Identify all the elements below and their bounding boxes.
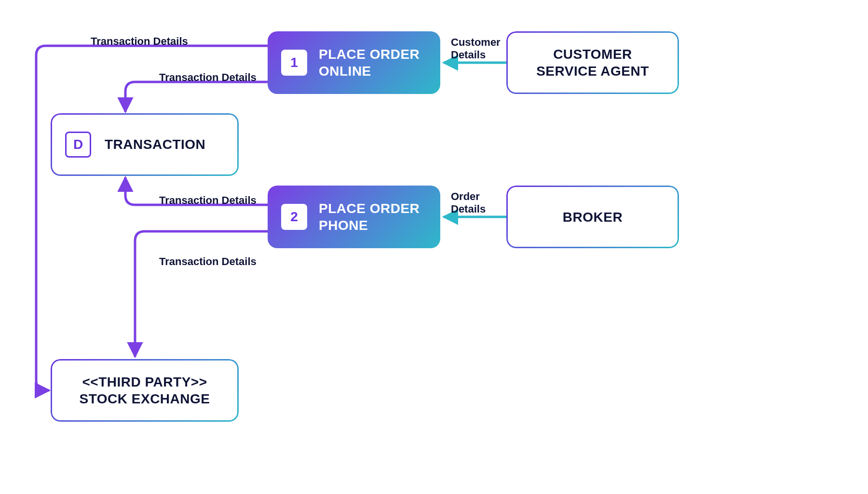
entity-stock-exchange-title: <<THIRD PARTY>> STOCK EXCHANGE	[70, 374, 220, 407]
process-1-title: PLACE ORDERONLINE	[319, 46, 420, 80]
process-place-order-online: 1 PLACE ORDERONLINE	[268, 31, 440, 94]
entity-broker-title: BROKER	[553, 209, 632, 226]
connector-p2-to-stock-exchange	[135, 231, 268, 357]
datastore-title: TRANSACTION	[105, 137, 205, 152]
label-p1-to-stock-exchange: Transaction Details	[91, 35, 188, 48]
label-p2-to-transaction: Transaction Details	[159, 194, 257, 207]
process-place-order-phone: 2 PLACE ORDERPHONE	[268, 186, 440, 248]
process-2-number: 2	[281, 204, 307, 230]
entity-customer-service-agent: CUSTOMERSERVICE AGENT	[506, 31, 679, 94]
datastore-transaction: D TRANSACTION	[51, 113, 239, 176]
entity-csa-title: CUSTOMERSERVICE AGENT	[527, 46, 659, 80]
entity-broker: BROKER	[506, 186, 679, 248]
connector-p1-to-transaction	[125, 82, 268, 112]
connector-p1-to-stock-exchange	[36, 46, 268, 390]
label-broker-to-p2: OrderDetails	[451, 190, 518, 216]
process-2-title: PLACE ORDERPHONE	[319, 200, 420, 234]
label-p2-to-stock-exchange: Transaction Details	[159, 255, 257, 268]
process-1-number: 1	[281, 50, 307, 76]
entity-stock-exchange: <<THIRD PARTY>> STOCK EXCHANGE	[51, 359, 239, 422]
label-p1-to-transaction: Transaction Details	[159, 71, 257, 84]
label-csa-to-p1: CustomerDetails	[451, 36, 518, 62]
diagram-canvas: 1 PLACE ORDERONLINE 2 PLACE ORDERPHONE C…	[0, 0, 868, 494]
datastore-badge: D	[65, 132, 91, 158]
